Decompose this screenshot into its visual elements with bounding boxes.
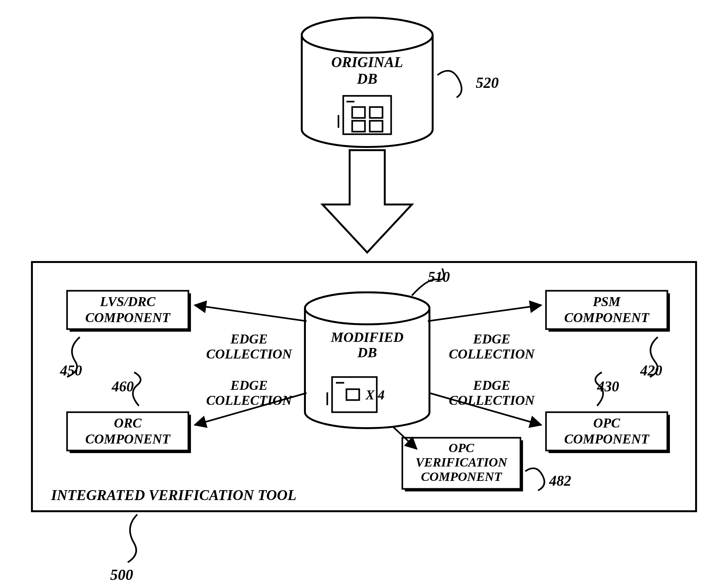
ref-leader-482 [525,468,544,490]
edge-tl-2: COLLECTION [206,347,292,361]
modified-db: MODIFIED DB X 4 510 [305,268,450,428]
svg-text:LVS/DRC: LVS/DRC [100,294,156,309]
svg-rect-14 [346,389,359,400]
opc-verification-component: OPC VERIFICATION COMPONENT [402,438,523,491]
svg-text:OPC: OPC [593,416,620,431]
edge-tr-1: EDGE [473,332,511,346]
svg-rect-5 [352,107,365,118]
integrated-tool-label: INTEGRATED VERIFICATION TOOL [51,487,296,503]
edge-bl-1: EDGE [230,378,268,393]
modified-db-line2: DB [357,345,377,360]
down-arrow-icon [322,150,412,252]
ref-510: 510 [428,269,450,285]
svg-text:PSM: PSM [593,294,621,309]
svg-text:VERIFICATION: VERIFICATION [416,455,508,469]
svg-rect-8 [370,121,383,132]
svg-text:COMPONENT: COMPONENT [85,432,171,446]
ref-460: 460 [111,378,134,395]
ref-482: 482 [549,472,571,489]
edge-bl-2: COLLECTION [206,393,292,408]
ref-420: 420 [640,362,662,379]
svg-text:OPC: OPC [449,441,474,455]
original-db: ORIGINAL DB 520 [302,18,499,147]
opc-component: OPC COMPONENT [546,412,670,453]
ref-leader-500 [128,514,137,562]
edge-br-2: COLLECTION [449,393,535,408]
svg-text:ORC: ORC [114,416,142,431]
edge-br-1: EDGE [473,378,511,393]
svg-rect-7 [352,121,365,132]
arrow-to-lvs [195,305,307,321]
svg-text:COMPONENT: COMPONENT [421,469,502,484]
x4-label: X 4 [365,388,385,402]
edge-tl-1: EDGE [230,332,268,346]
svg-point-10 [305,292,430,324]
edge-tr-2: COLLECTION [449,347,535,361]
orc-component: ORC COMPONENT [67,412,191,453]
dialog-icon [338,96,391,134]
svg-text:COMPONENT: COMPONENT [564,432,650,446]
lvs-drc-component: LVS/DRC COMPONENT [67,291,191,332]
psm-component: PSM COMPONENT [546,291,670,332]
ref-leader-520 [437,71,462,97]
original-db-line1: ORIGINAL [332,54,403,70]
ref-430: 430 [597,378,619,395]
dialog-x4-icon: X 4 [327,377,385,412]
ref-500: 500 [110,566,133,583]
svg-point-1 [302,18,433,53]
svg-text:COMPONENT: COMPONENT [85,310,171,325]
ref-450: 450 [60,362,82,379]
ref-leader-460 [133,372,140,406]
svg-rect-6 [370,107,383,118]
original-db-line2: DB [357,71,378,87]
svg-text:COMPONENT: COMPONENT [564,310,650,325]
arrow-to-psm [428,305,541,321]
ref-520: 520 [476,74,499,91]
modified-db-line1: MODIFIED [331,329,403,345]
